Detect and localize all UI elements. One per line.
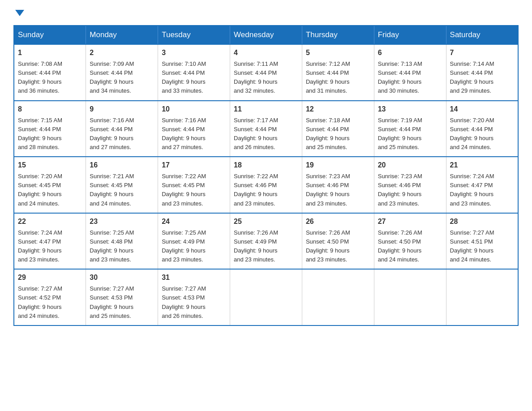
day-number: 6: [378, 47, 442, 58]
day-info: Sunrise: 7:20 AMSunset: 4:44 PMDaylight:…: [450, 116, 514, 152]
calendar-cell: 26Sunrise: 7:26 AMSunset: 4:50 PMDayligh…: [302, 213, 374, 270]
weekday-header-row: SundayMondayTuesdayWednesdayThursdayFrid…: [14, 26, 518, 44]
day-info: Sunrise: 7:08 AMSunset: 4:44 PMDaylight:…: [18, 60, 82, 96]
day-number: 1: [18, 47, 82, 58]
calendar-cell: 12Sunrise: 7:18 AMSunset: 4:44 PMDayligh…: [302, 101, 374, 157]
day-info: Sunrise: 7:24 AMSunset: 4:47 PMDaylight:…: [450, 172, 514, 208]
day-info: Sunrise: 7:14 AMSunset: 4:44 PMDaylight:…: [450, 60, 514, 96]
calendar-cell: [230, 269, 302, 325]
logo-blue-text: [13, 9, 24, 16]
day-info: Sunrise: 7:22 AMSunset: 4:45 PMDaylight:…: [162, 172, 226, 208]
day-info: Sunrise: 7:17 AMSunset: 4:44 PMDaylight:…: [234, 116, 298, 152]
calendar-cell: [302, 269, 374, 325]
day-number: 13: [378, 104, 442, 115]
day-number: 14: [450, 104, 514, 115]
day-info: Sunrise: 7:27 AMSunset: 4:52 PMDaylight:…: [18, 284, 82, 321]
calendar-cell: 28Sunrise: 7:27 AMSunset: 4:51 PMDayligh…: [446, 213, 518, 270]
calendar-week-row: 8Sunrise: 7:15 AMSunset: 4:44 PMDaylight…: [14, 101, 518, 157]
calendar-cell: 22Sunrise: 7:24 AMSunset: 4:47 PMDayligh…: [14, 213, 86, 270]
day-info: Sunrise: 7:27 AMSunset: 4:53 PMDaylight:…: [90, 284, 154, 321]
calendar-cell: 11Sunrise: 7:17 AMSunset: 4:44 PMDayligh…: [230, 101, 302, 157]
calendar-cell: 18Sunrise: 7:22 AMSunset: 4:46 PMDayligh…: [230, 157, 302, 213]
calendar-cell: 31Sunrise: 7:27 AMSunset: 4:53 PMDayligh…: [158, 269, 230, 325]
weekday-header-monday: Monday: [86, 26, 158, 44]
calendar-cell: 24Sunrise: 7:25 AMSunset: 4:49 PMDayligh…: [158, 213, 230, 270]
calendar-cell: 15Sunrise: 7:20 AMSunset: 4:45 PMDayligh…: [14, 157, 86, 213]
calendar-cell: 10Sunrise: 7:16 AMSunset: 4:44 PMDayligh…: [158, 101, 230, 157]
day-info: Sunrise: 7:09 AMSunset: 4:44 PMDaylight:…: [90, 60, 154, 96]
day-number: 28: [450, 216, 514, 227]
day-number: 26: [306, 216, 370, 227]
day-number: 4: [234, 47, 298, 58]
day-number: 23: [90, 216, 154, 227]
weekday-header-wednesday: Wednesday: [230, 26, 302, 44]
weekday-header-sunday: Sunday: [14, 26, 86, 44]
day-info: Sunrise: 7:21 AMSunset: 4:45 PMDaylight:…: [90, 172, 154, 208]
day-info: Sunrise: 7:22 AMSunset: 4:46 PMDaylight:…: [234, 172, 298, 208]
day-info: Sunrise: 7:20 AMSunset: 4:45 PMDaylight:…: [18, 172, 82, 208]
weekday-header-saturday: Saturday: [446, 26, 518, 44]
day-number: 29: [18, 272, 82, 283]
calendar-week-row: 15Sunrise: 7:20 AMSunset: 4:45 PMDayligh…: [14, 157, 518, 213]
day-info: Sunrise: 7:25 AMSunset: 4:49 PMDaylight:…: [162, 228, 226, 265]
day-number: 25: [234, 216, 298, 227]
calendar-cell: 21Sunrise: 7:24 AMSunset: 4:47 PMDayligh…: [446, 157, 518, 213]
day-number: 21: [450, 160, 514, 171]
day-number: 30: [90, 272, 154, 283]
day-info: Sunrise: 7:26 AMSunset: 4:49 PMDaylight:…: [234, 228, 298, 265]
calendar-cell: 19Sunrise: 7:23 AMSunset: 4:46 PMDayligh…: [302, 157, 374, 213]
day-info: Sunrise: 7:23 AMSunset: 4:46 PMDaylight:…: [378, 172, 442, 208]
day-number: 8: [18, 104, 82, 115]
day-number: 9: [90, 104, 154, 115]
day-info: Sunrise: 7:23 AMSunset: 4:46 PMDaylight:…: [306, 172, 370, 208]
calendar-cell: 14Sunrise: 7:20 AMSunset: 4:44 PMDayligh…: [446, 101, 518, 157]
day-number: 20: [378, 160, 442, 171]
day-number: 12: [306, 104, 370, 115]
page-header: [13, 9, 519, 16]
calendar-cell: 20Sunrise: 7:23 AMSunset: 4:46 PMDayligh…: [374, 157, 446, 213]
day-info: Sunrise: 7:16 AMSunset: 4:44 PMDaylight:…: [90, 116, 154, 152]
day-number: 2: [90, 47, 154, 58]
calendar-cell: 13Sunrise: 7:19 AMSunset: 4:44 PMDayligh…: [374, 101, 446, 157]
day-number: 19: [306, 160, 370, 171]
calendar-week-row: 1Sunrise: 7:08 AMSunset: 4:44 PMDaylight…: [14, 44, 518, 101]
day-info: Sunrise: 7:19 AMSunset: 4:44 PMDaylight:…: [378, 116, 442, 152]
day-info: Sunrise: 7:18 AMSunset: 4:44 PMDaylight:…: [306, 116, 370, 152]
weekday-header-tuesday: Tuesday: [158, 26, 230, 44]
day-info: Sunrise: 7:13 AMSunset: 4:44 PMDaylight:…: [378, 60, 442, 96]
weekday-header-thursday: Thursday: [302, 26, 374, 44]
calendar-table: SundayMondayTuesdayWednesdayThursdayFrid…: [13, 25, 519, 326]
day-number: 27: [378, 216, 442, 227]
calendar-week-row: 22Sunrise: 7:24 AMSunset: 4:47 PMDayligh…: [14, 213, 518, 270]
logo-triangle-icon: [15, 10, 24, 16]
calendar-cell: 7Sunrise: 7:14 AMSunset: 4:44 PMDaylight…: [446, 44, 518, 101]
day-info: Sunrise: 7:27 AMSunset: 4:53 PMDaylight:…: [162, 284, 226, 321]
calendar-week-row: 29Sunrise: 7:27 AMSunset: 4:52 PMDayligh…: [14, 269, 518, 325]
calendar-cell: 17Sunrise: 7:22 AMSunset: 4:45 PMDayligh…: [158, 157, 230, 213]
day-number: 22: [18, 216, 82, 227]
day-info: Sunrise: 7:25 AMSunset: 4:48 PMDaylight:…: [90, 228, 154, 265]
day-info: Sunrise: 7:26 AMSunset: 4:50 PMDaylight:…: [306, 228, 370, 265]
calendar-cell: [446, 269, 518, 325]
calendar-cell: 3Sunrise: 7:10 AMSunset: 4:44 PMDaylight…: [158, 44, 230, 101]
day-number: 17: [162, 160, 226, 171]
day-number: 15: [18, 160, 82, 171]
day-info: Sunrise: 7:15 AMSunset: 4:44 PMDaylight:…: [18, 116, 82, 152]
calendar-cell: 23Sunrise: 7:25 AMSunset: 4:48 PMDayligh…: [86, 213, 158, 270]
calendar-cell: 30Sunrise: 7:27 AMSunset: 4:53 PMDayligh…: [86, 269, 158, 325]
day-info: Sunrise: 7:10 AMSunset: 4:44 PMDaylight:…: [162, 60, 226, 96]
calendar-cell: 25Sunrise: 7:26 AMSunset: 4:49 PMDayligh…: [230, 213, 302, 270]
day-info: Sunrise: 7:27 AMSunset: 4:51 PMDaylight:…: [450, 228, 514, 265]
weekday-header-friday: Friday: [374, 26, 446, 44]
calendar-cell: 4Sunrise: 7:11 AMSunset: 4:44 PMDaylight…: [230, 44, 302, 101]
day-info: Sunrise: 7:12 AMSunset: 4:44 PMDaylight:…: [306, 60, 370, 96]
calendar-cell: 9Sunrise: 7:16 AMSunset: 4:44 PMDaylight…: [86, 101, 158, 157]
day-number: 7: [450, 47, 514, 58]
day-number: 5: [306, 47, 370, 58]
calendar-cell: 8Sunrise: 7:15 AMSunset: 4:44 PMDaylight…: [14, 101, 86, 157]
day-number: 3: [162, 47, 226, 58]
calendar-cell: 1Sunrise: 7:08 AMSunset: 4:44 PMDaylight…: [14, 44, 86, 101]
day-info: Sunrise: 7:16 AMSunset: 4:44 PMDaylight:…: [162, 116, 226, 152]
calendar-cell: 27Sunrise: 7:26 AMSunset: 4:50 PMDayligh…: [374, 213, 446, 270]
day-info: Sunrise: 7:11 AMSunset: 4:44 PMDaylight:…: [234, 60, 298, 96]
